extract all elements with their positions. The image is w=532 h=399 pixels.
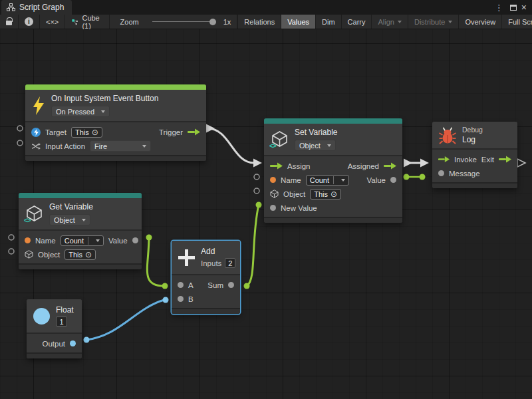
port-indicator-exit[interactable] (517, 159, 525, 167)
port-indicator-setvar-object[interactable] (254, 188, 259, 194)
input-action-icon[interactable] (31, 142, 41, 150)
flow-out-trigger[interactable] (206, 124, 215, 133)
value-in-newvalue[interactable] (256, 202, 262, 208)
target-object-field[interactable]: This⊙ (71, 127, 102, 138)
distribute-button[interactable]: Distribute (408, 15, 458, 29)
fullscreen-button[interactable]: Full Screen (501, 15, 532, 29)
target-picker-icon[interactable]: ⊙ (85, 251, 92, 259)
inputs-count-field[interactable]: 2 (225, 258, 235, 268)
event-accent-bar (25, 84, 206, 90)
graph-reference-breadcrumb[interactable]: Cube (1) (65, 15, 109, 29)
value-out-getvariable[interactable] (146, 235, 152, 241)
name-port[interactable] (270, 177, 276, 183)
dropdown-caret-icon (142, 145, 146, 150)
name-dropdown[interactable]: Count (306, 175, 349, 186)
value-in-add-b[interactable] (163, 297, 169, 303)
node-title: On Input System Event Button (51, 94, 158, 103)
lock-button[interactable] (0, 15, 19, 29)
carry-button[interactable]: Carry (341, 15, 372, 29)
target-picker-icon[interactable]: ⊙ (92, 128, 98, 136)
b-port[interactable] (178, 296, 184, 302)
input-action-dropdown[interactable]: Fire (90, 140, 151, 152)
value-out-float[interactable] (84, 337, 90, 343)
bug-icon (439, 126, 456, 144)
node-float[interactable]: Float 1 Output (27, 299, 82, 358)
connection-trigger-assign[interactable] (207, 128, 254, 163)
invoke-flow-port[interactable] (438, 156, 450, 163)
node-set-variable[interactable]: <> Set Variable Object Assign Assigned (264, 118, 402, 223)
output-port[interactable] (70, 340, 76, 346)
zoom-slider[interactable] (145, 15, 221, 29)
float-value-field[interactable]: 1 (56, 317, 67, 327)
tab-script-graph[interactable]: Script Graph (1, 0, 72, 15)
zoom-slider-track[interactable] (152, 21, 213, 22)
object-label: Object (38, 251, 60, 259)
port-indicator-setvar-name[interactable] (254, 174, 259, 180)
node-get-variable[interactable]: <> Get Variable Object Name Count Value (19, 193, 142, 269)
relations-button[interactable]: Relations (237, 15, 281, 29)
target-picker-icon[interactable]: ⊙ (331, 190, 337, 198)
value-port[interactable] (390, 177, 396, 183)
trigger-flow-port[interactable] (188, 128, 200, 136)
variable-scope-dropdown[interactable]: Object (49, 214, 90, 225)
value-in-add-a[interactable] (162, 283, 168, 289)
connection-sum-newvalue[interactable] (247, 205, 259, 286)
value-out-sum[interactable] (244, 283, 250, 289)
port-indicator-target[interactable] (17, 126, 23, 131)
name-label: Name (281, 176, 301, 184)
connection-float-addb[interactable] (86, 300, 164, 340)
port-row-object: Object This⊙ (264, 187, 402, 201)
name-dropdown[interactable]: Count (61, 235, 104, 246)
event-mode-dropdown[interactable]: On Pressed (51, 106, 110, 117)
code-view-button[interactable]: <×> (40, 15, 65, 29)
flow-out-assigned[interactable] (404, 159, 412, 168)
info-button[interactable]: i (19, 15, 40, 29)
port-indicator-getvar-object[interactable] (9, 249, 14, 254)
node-title: Log (462, 135, 475, 144)
dropdown-caret-icon (101, 110, 105, 115)
input-system-icon[interactable] (31, 128, 41, 137)
assigned-flow-port[interactable] (384, 162, 396, 170)
window-menu-icon[interactable]: ⋮ (493, 3, 505, 12)
new-value-port[interactable] (270, 205, 276, 211)
sum-label: Sum (207, 281, 223, 289)
sum-port[interactable] (228, 282, 234, 288)
values-button[interactable]: Values (281, 15, 315, 29)
value-in-message[interactable] (420, 174, 426, 180)
maximize-icon[interactable] (510, 5, 517, 11)
flow-in-assign[interactable] (253, 159, 262, 168)
connection-getvariable-adda[interactable] (147, 237, 164, 286)
node-add[interactable]: Add Inputs 2 A Sum (172, 241, 240, 314)
node-footer (27, 352, 82, 358)
port-row-invoke: Invoke Exit (432, 152, 517, 166)
zoom-slider-handle[interactable] (209, 19, 216, 25)
node-on-input-system-event[interactable]: On Input System Event Button On Pressed … (25, 84, 206, 161)
graph-toolbar: i <×> Cube (1) Zoom 1x Relations Values … (0, 15, 532, 29)
close-icon[interactable]: × (521, 3, 527, 12)
name-port[interactable] (25, 237, 31, 243)
overview-button[interactable]: Overview (458, 15, 501, 29)
object-field[interactable]: This⊙ (310, 189, 341, 200)
exit-label: Exit (481, 156, 494, 164)
node-debug-log[interactable]: Debug Log Invoke Exit Message (432, 122, 517, 188)
exit-flow-port[interactable] (499, 156, 511, 163)
align-caret-icon (398, 21, 402, 25)
align-button[interactable]: Align (371, 15, 407, 29)
flow-in-invoke[interactable] (420, 159, 429, 168)
inputs-label: Inputs (201, 259, 221, 267)
value-port[interactable] (132, 237, 138, 243)
dropdown-caret-icon (96, 239, 100, 244)
message-port[interactable] (438, 170, 444, 176)
variable-scope-dropdown[interactable]: Object (295, 140, 336, 151)
node-footer (19, 263, 142, 269)
a-port[interactable] (178, 282, 184, 288)
node-footer (25, 155, 206, 161)
graph-canvas[interactable]: On Input System Event Button On Pressed … (0, 29, 532, 399)
object-field[interactable]: This⊙ (65, 249, 96, 260)
port-indicator-inputaction[interactable] (17, 140, 23, 146)
dim-button[interactable]: Dim (315, 15, 341, 29)
port-row-name: Name Count Value (19, 233, 142, 247)
value-out-setvariable[interactable] (404, 174, 410, 180)
port-indicator-getvar-name[interactable] (9, 235, 14, 240)
assign-flow-port[interactable] (270, 162, 283, 170)
